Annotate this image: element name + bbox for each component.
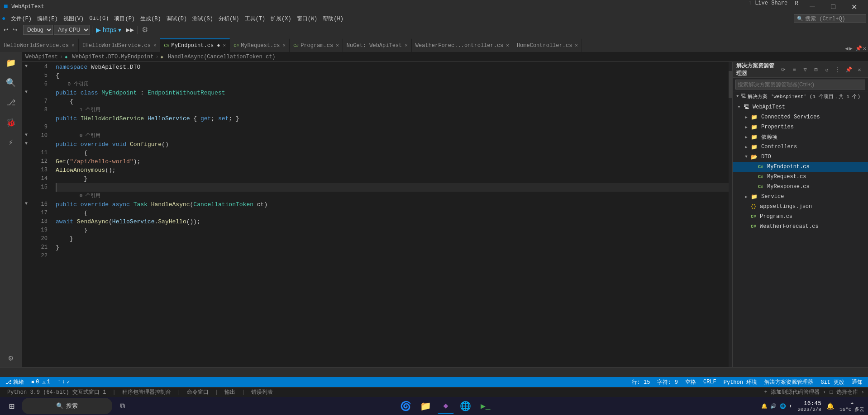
status-arrows[interactable]: ↑ ↓ ✓ [56,379,72,386]
se-close-btn[interactable]: ✕ [854,65,864,75]
solution-explorer-close[interactable]: ✕ [863,45,866,52]
tree-item-10[interactable]: {}appsettings.json [733,202,868,212]
status-solution-explorer[interactable]: 解决方案资源管理器 [763,378,815,386]
activity-extensions[interactable]: ⚡ [2,133,20,151]
tab-close-7[interactable]: × [575,43,578,48]
breadcrumb-method[interactable]: ◈ HandleAsync(CancellationToken ct) [161,54,276,60]
solution-explorer-pin[interactable]: 📌 [855,45,862,52]
tab-5[interactable]: NuGet: WebApiTest× [343,38,412,52]
activity-debug[interactable]: 🐞 [2,113,20,132]
menu-item-e[interactable]: 编辑(E) [34,14,61,24]
tab-0[interactable]: HelloWorldService.cs× [0,38,79,52]
menu-item-h[interactable]: 帮助(H) [320,14,346,24]
status-errors[interactable]: ✖ 0 ⚠ 1 [29,379,52,386]
status-space[interactable]: 空格 [683,378,698,386]
activity-explorer[interactable]: 📁 [2,54,20,72]
terminal-taskbar[interactable]: ▶_ [477,398,494,414]
tab-scroll-right[interactable]: ▶ [849,45,853,52]
se-more-btn[interactable]: ⋮ [833,65,843,75]
fold-icon-16[interactable]: ▼ [25,201,28,206]
platform-select[interactable]: Any CPU [54,25,90,35]
status-git-update[interactable]: Git 更改 [819,378,846,386]
fold-icon-3[interactable]: ▼ [25,90,28,94]
search-taskbar[interactable]: 🔍 搜索 [22,398,112,414]
start-button[interactable]: ⊞ [4,398,20,414]
restore-button[interactable]: □ [823,0,844,14]
breadcrumb-namespace[interactable]: ◆ WebApiTest.DTO.MyEndpoint [65,54,153,60]
fold-icon-0[interactable]: ▼ [25,64,28,69]
menu-item-f[interactable]: 文件(F) [8,14,34,24]
menu-item-n[interactable]: 分析(N) [216,14,242,24]
run-button[interactable]: ▶ https ▾ [94,25,123,34]
fold-icon-9[interactable]: ▼ [25,141,28,146]
bottom-tab-4[interactable]: 错误列表 [248,387,277,397]
explorer-taskbar[interactable]: 📁 [418,398,434,414]
tab-close-5[interactable]: × [405,43,408,48]
bottom-tab-3[interactable]: 输出 [221,387,239,397]
add-source-button[interactable]: + 添加到源代码管理器 › [764,388,826,396]
bottom-tab-2[interactable]: 命令窗口 [183,387,212,397]
tab-3[interactable]: C#MyRequest.cs× [230,38,290,52]
activity-git[interactable]: ⎇ [2,94,20,112]
tab-6[interactable]: WeatherForec...ontroller.cs× [412,38,513,52]
tab-close-2[interactable]: × [223,43,226,48]
solution-expand-icon[interactable]: ▼ [736,94,739,99]
tab-4[interactable]: C#Program.cs× [290,38,343,52]
bottom-tab-1[interactable]: 程序包管理器控制台 [119,387,175,397]
notification-button[interactable]: 🔔 [825,401,836,411]
se-collapse-btn[interactable]: ⊟ [811,65,821,75]
menu-item-b[interactable]: 生成(B) [138,14,164,24]
vs-taskbar[interactable]: ◆ [438,398,454,414]
tree-item-2[interactable]: ▶📁Properties [733,122,868,132]
tree-item-3[interactable]: ▶📁依赖项 [733,132,868,142]
live-share[interactable]: ↑ Live Share [749,0,787,14]
weather-display[interactable]: ☁ 16°C 多云 [839,399,864,413]
chrome-taskbar[interactable]: 🌐 [458,398,474,414]
system-tray-icons[interactable]: 🔔 🔊 🌐 ⬆ [761,403,792,409]
toolbar-extra-buttons[interactable]: ⚙ [140,24,150,35]
status-encoding[interactable]: CRLF [701,379,718,385]
activity-settings[interactable]: ⚙ [2,349,20,367]
status-line[interactable]: 行: 15 [630,378,652,386]
search-bar[interactable]: 🔍 搜索 (Ctrl+Q) [794,14,866,23]
se-refresh-btn[interactable]: ↺ [822,65,832,75]
debug-mode-select[interactable]: Debug [23,25,53,35]
menu-item-d[interactable]: 调试(D) [164,14,190,24]
tab-close-6[interactable]: × [506,43,509,48]
tab-close-0[interactable]: × [72,43,75,48]
status-branch[interactable]: ⎇ 就绪 [4,378,26,386]
account-icon[interactable]: R [795,0,798,14]
undo-button[interactable]: ↩ [2,26,10,34]
fold-icon-8[interactable]: ▼ [25,132,28,137]
breadcrumb-project[interactable]: WebApiTest [25,54,58,60]
bottom-tab-0[interactable]: Python 3.9 (64-bit) 交互式窗口 1 [4,387,110,397]
close-button[interactable]: ✕ [844,0,864,14]
minimap-scroll[interactable] [729,71,732,98]
menu-item-x[interactable]: 扩展(X) [268,14,294,24]
se-filter-btn[interactable]: ▽ [800,65,810,75]
tree-item-11[interactable]: C#Program.cs [733,212,868,222]
minimize-button[interactable]: ─ [802,0,823,14]
clock[interactable]: 16:45 2023/2/8 [797,400,821,412]
tab-7[interactable]: HomeController.cs× [513,38,582,52]
attach-debugger-button[interactable]: ▶▶ [124,26,136,34]
tree-item-5[interactable]: ▼📂DTO [733,152,868,162]
tree-item-1[interactable]: ▶📁Connected Services [733,112,868,122]
redo-button[interactable]: ↪ [11,26,19,34]
menu-item-s[interactable]: 测试(S) [190,14,216,24]
tree-item-12[interactable]: C#WeatherForecast.cs [733,222,868,231]
se-properties-btn[interactable]: ≡ [789,65,799,75]
task-view-button[interactable]: ⧉ [114,398,130,414]
tab-2[interactable]: C#MyEndpoint.cs ●× [160,38,230,52]
se-pin-btn[interactable]: 📌 [844,65,854,75]
tree-item-9[interactable]: ▶📁Service [733,192,868,202]
tree-item-7[interactable]: C#MyRequest.cs [733,172,868,182]
tree-item-8[interactable]: C#MyResponse.cs [733,182,868,192]
status-python-env[interactable]: Python 环境 [722,378,759,386]
tab-scroll-left[interactable]: ◀ [845,45,848,52]
code-area[interactable]: namespace WebApiTest.DTO{ 0 个引用public cl… [51,62,729,367]
edge-taskbar[interactable]: 🌀 [398,398,414,414]
tab-close-4[interactable]: × [336,43,339,48]
tab-close-1[interactable]: × [153,43,157,48]
se-search-input[interactable] [735,80,865,90]
